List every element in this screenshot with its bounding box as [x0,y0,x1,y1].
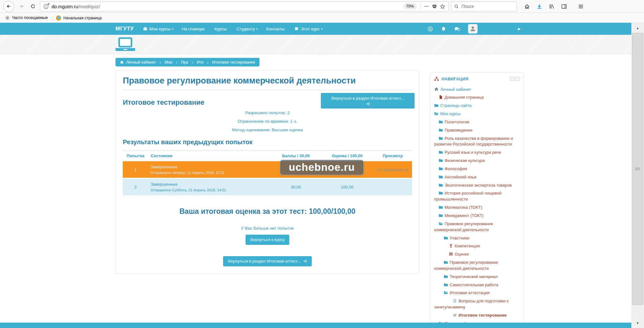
browser-back-button[interactable] [3,1,14,12]
zoom-indicator[interactable]: 70% [403,3,417,9]
nav-tree-item[interactable]: Философия [434,165,520,173]
tree-item-icon [444,236,448,240]
search-input[interactable] [461,4,506,9]
block-dock-button[interactable]: ‹ [515,77,520,81]
messages-chat-icon[interactable] [454,26,460,32]
nav-tree-item[interactable]: Менеджмент (ТОКТ) [434,212,520,220]
bookmark-start-page[interactable]: Начальная страница [56,15,102,21]
nav-expand-arrow-icon[interactable]: ▶ [518,27,521,31]
bookmark-frequently-visited[interactable]: Часто посещаемые [5,15,48,20]
library-icon[interactable] [549,3,555,9]
breadcrumb-item[interactable]: Пра [172,59,188,65]
attempt-marks: 30,00 [271,178,321,195]
table-header-row: ПопыткаСостояниеБаллы / 30,00Оценка / 10… [123,151,412,161]
nav-tree-item[interactable]: Русский язык и культура речи [434,149,520,157]
nav-tree-item[interactable]: Правоведение [434,126,520,134]
grades-download-icon[interactable] [428,26,433,32]
breadcrumb-label: Мои [165,60,172,65]
final-grade: Ваша итоговая оценка за этот тест: 100,0… [123,207,412,216]
nav-tree-item[interactable]: Итоговое тестирование [434,311,520,319]
chevron-down-icon: ▸ [172,27,174,30]
brand-logo[interactable]: МГУТУ [116,26,139,32]
quiz-info-line: Разрешено попыток: 2 [123,110,412,115]
nav-menu: Мои курсы ▸ На главную Курсы Студенту ▸ [139,23,327,35]
nav-tree-item[interactable]: Домашняя страница [434,94,520,102]
nav-tree-item[interactable]: Оценки [434,251,520,259]
downloads-icon[interactable] [536,3,542,9]
submitted-timestamp: Отправлено Четверг, 12 Апрель 2018, 22:3… [151,171,268,175]
tree-item-label: Теоретический материал [450,274,497,279]
page-actions-icon[interactable] [424,4,429,9]
chevron-down-icon: ▸ [321,27,323,30]
tree-item-icon [444,274,448,279]
tree-item-icon [439,221,443,226]
scrollbar[interactable]: ▲ ▼ [631,23,644,328]
nav-tree-item[interactable]: Математика (ТОКТ) [434,204,520,212]
site-info-icon[interactable] [43,4,49,9]
site-logo-laptop-icon[interactable] [116,37,135,52]
nav-tree-item[interactable]: Английский язык [434,173,520,181]
nav-tree-item[interactable]: Физическая культура [434,157,520,165]
nav-tree-item[interactable]: Правовое регулирование коммерческой деят… [434,220,520,234]
tree-item-label: Английский язык [445,175,477,179]
nav-tree-item[interactable]: Роль казачества в формировании и развити… [434,134,520,149]
address-bar[interactable]: do.mgutm.ru/mod/quiz/ 70% [40,2,449,11]
tree-item-label: Самостоятельная работа [450,282,498,287]
scroll-down-arrow[interactable]: ▼ [631,318,644,328]
tree-item-icon [449,244,453,248]
tree-item-label: Мои курсы [440,111,460,116]
nav-tree-item[interactable]: Самостоятельная работа [434,281,520,289]
nav-tree-item[interactable]: Политология [434,118,520,126]
pocket-icon[interactable] [432,4,437,9]
block-minimize-button[interactable]: − [510,77,514,81]
nav-item[interactable]: На главную [178,23,210,35]
browser-forward-button[interactable] [16,2,26,11]
nav-item[interactable]: Мои курсы ▸ [139,23,178,35]
bookmark-star-icon[interactable] [440,4,445,9]
return-section-button-bottom[interactable]: Вернуться в раздел Итоговая аттест... [223,256,311,266]
nav-tree-item[interactable]: Итоговая аттестация [434,289,520,297]
url-text[interactable]: do.mgutm.ru/mod/quiz/ [52,4,100,9]
nav-tree-item[interactable]: Страницы сайта [434,102,520,110]
nav-item[interactable]: Контакты [262,23,290,35]
avatar[interactable] [468,24,478,34]
nav-item[interactable]: Курсы [210,23,232,35]
notifications-bell-icon[interactable] [441,26,446,32]
breadcrumb-item[interactable]: Итоговое тестирование [203,59,255,65]
tree-item-label: Личный кабинет [440,87,471,92]
nav-tree-item[interactable]: Вопросы для подготовки к зачету/экзамену [434,297,520,312]
watermark: uchebnoe.ru [280,160,364,175]
breadcrumb-label: Итоговое тестирование [212,60,255,65]
nav-tree-item[interactable]: Участники [434,234,520,242]
search-bar[interactable] [451,2,517,11]
browser-refresh-button[interactable] [28,2,38,11]
nav-item-label: На главную [182,27,205,31]
return-section-button-top[interactable]: Вернуться в раздел Итоговая аттест... [321,93,415,108]
scrollbar-thumb[interactable] [632,33,643,305]
chevron-down-icon: ▸ [256,27,258,30]
tree-item-icon [439,166,443,171]
nav-tree-item[interactable]: Мои курсы [434,110,520,118]
scroll-up-arrow[interactable]: ▲ [631,23,644,33]
nav-tree-item[interactable]: Теоретический материал [434,273,520,281]
sidebar-toggle-icon[interactable] [561,3,567,9]
nav-item-label: Этот курс [301,27,320,31]
nav-item[interactable]: Студенту ▸ [232,23,262,35]
breadcrumb-item[interactable]: Личный кабинет [126,60,156,65]
table-header-cell: Просмотр [373,151,412,161]
back-to-course-button[interactable]: Вернуться к курсу [246,235,289,245]
search-icon [454,4,459,9]
nav-tree-item[interactable]: Правовое регулирование коммерческой деят… [434,259,520,273]
bookmark-label: Начальная страница [63,16,102,20]
nav-tree-item[interactable]: Личный кабинет [434,85,520,94]
breadcrumb-item[interactable]: Мои [156,59,172,65]
attempt-review [373,178,412,195]
nav-tree-item[interactable]: Экологическая экспертиза товаров [434,181,520,189]
menu-icon[interactable] [578,3,584,9]
nav-tree-item[interactable]: История российской пищевой промышленност… [434,189,520,204]
nav-item[interactable]: Этот курс ▸ [290,23,327,35]
home-icon[interactable] [524,3,530,9]
nav-tree-item[interactable]: Компетенции [434,242,520,251]
tree-item-icon [439,128,443,132]
breadcrumb-item[interactable]: Ито [188,59,203,65]
